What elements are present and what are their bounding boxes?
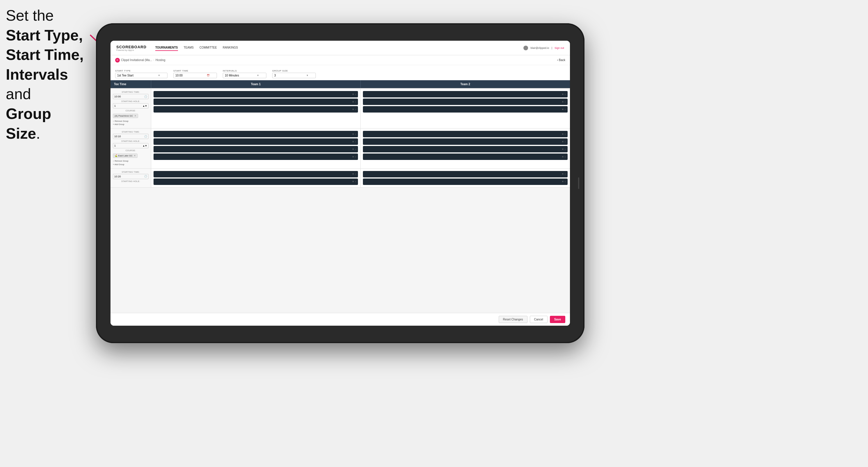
player-row-1-1: ✕ ○ <box>154 91 358 97</box>
th-tee-time: Tee Time <box>111 80 151 88</box>
clock-icon-1: 🕙 <box>144 95 147 98</box>
player-remove-2-2[interactable]: ✕ ○ <box>562 101 566 103</box>
tablet-shell: SCOREBOARD Powered by clipp.io TOURNAMEN… <box>96 23 585 343</box>
course-tag-1[interactable]: (A) Peachtree GC ✕ <box>113 114 138 118</box>
group-size-label: Group Size <box>6 105 51 142</box>
player-row-6-1: ✕ ○ <box>363 171 568 177</box>
hole-chevron-1: ▲▼ <box>143 105 147 107</box>
player-remove-5-1[interactable]: ✕ ○ <box>352 173 356 175</box>
group-row-3: STARTING TIME: 10:20 🕙 STARTING HOLE: ✕ … <box>111 169 570 188</box>
player-remove-6-1[interactable]: ✕ ○ <box>562 173 566 175</box>
add-group-link-2[interactable]: + Add Group <box>113 163 149 166</box>
team2-cell-2: ✕ ○ ✕ ○ ✕ ○ ✕ ○ <box>361 128 570 168</box>
player-row-4-4: ✕ ○ <box>363 154 568 160</box>
reset-changes-button[interactable]: Reset Changes <box>499 316 527 323</box>
annotation-text: Set the Start Type, Start Time, Interval… <box>6 6 87 143</box>
breadcrumb-separator: › <box>153 58 154 62</box>
tournament-name[interactable]: Clippd Invitational (Ma... <box>121 58 152 62</box>
course-tag-2[interactable]: ⛳ East Lake GC ✕ <box>113 154 137 158</box>
start-time-chevron: ⏰ <box>207 74 210 77</box>
th-team2: Team 2 <box>361 80 570 88</box>
player-row-2-2: ✕ ○ <box>363 99 568 105</box>
cancel-button[interactable]: Cancel <box>530 316 548 323</box>
player-remove-3-4[interactable]: ✕ ○ <box>352 156 356 158</box>
course-tag-container-1: (A) Peachtree GC ✕ <box>113 113 149 118</box>
player-remove-2-3[interactable]: ✕ ○ <box>562 108 566 111</box>
player-row-1-3: ✕ ○ <box>154 106 358 113</box>
player-row-4-2: ✕ ○ <box>363 138 568 145</box>
tablet-screen: SCOREBOARD Powered by clipp.io TOURNAMEN… <box>111 41 570 326</box>
breadcrumb-bar: C Clippd Invitational (Ma... › Hosting ‹… <box>111 55 570 65</box>
nav-link-teams[interactable]: TEAMS <box>184 45 194 51</box>
player-row-6-2: ✕ ○ <box>363 179 568 185</box>
starting-time-input-1[interactable]: 10:00 🕙 <box>113 94 149 99</box>
tee-time-cell-3: STARTING TIME: 10:20 🕙 STARTING HOLE: <box>111 169 151 187</box>
team1-cell-1: ✕ ○ ✕ ○ ✕ ○ <box>151 89 361 128</box>
starting-time-label-1: STARTING TIME: <box>113 91 149 93</box>
starting-time-label-3: STARTING TIME: <box>113 171 149 173</box>
remove-group-link-1[interactable]: ○ Remove Group <box>113 120 149 123</box>
nav-link-committee[interactable]: COMMITTEE <box>199 45 217 51</box>
course-remove-x-1[interactable]: ✕ <box>134 115 136 117</box>
group-size-chevron: ▼ <box>306 74 309 77</box>
clock-icon-2: 🕙 <box>144 135 147 138</box>
action-bar: Reset Changes Cancel Save <box>111 313 570 326</box>
breadcrumb-section: Hosting <box>156 58 165 62</box>
remove-group-link-2[interactable]: ○ Remove Group <box>113 159 149 162</box>
group-row-2: STARTING TIME: 10:10 🕙 STARTING HOLE: 1 … <box>111 128 570 168</box>
tee-time-cell-1: STARTING TIME: 10:00 🕙 STARTING HOLE: 1 … <box>111 89 151 128</box>
logo-sub: Powered by clipp.io <box>116 49 147 51</box>
player-remove-1-2[interactable]: ✕ ○ <box>352 101 356 103</box>
intervals-label: Intervals <box>6 66 68 83</box>
start-time-label: Start Time <box>173 69 217 72</box>
start-type-select[interactable]: 1st Tee Start ▼ <box>115 73 167 78</box>
add-group-link-1[interactable]: + Add Group <box>113 123 149 126</box>
starting-hole-label-2: STARTING HOLE: <box>113 140 149 142</box>
player-remove-4-2[interactable]: ✕ ○ <box>562 141 566 143</box>
player-remove-1-3[interactable]: ✕ ○ <box>352 108 356 111</box>
player-remove-4-4[interactable]: ✕ ○ <box>562 156 566 158</box>
th-team1: Team 1 <box>151 80 361 88</box>
top-nav: SCOREBOARD Powered by clipp.io TOURNAMEN… <box>111 41 570 55</box>
group-size-select[interactable]: 3 ▼ <box>272 73 316 78</box>
player-remove-6-2[interactable]: ✕ ○ <box>562 180 566 183</box>
start-type-label: Start Type <box>115 69 167 72</box>
start-type-chevron: ▼ <box>158 74 160 77</box>
starting-hole-input-2[interactable]: 1 ▲▼ <box>113 143 149 148</box>
starting-hole-label-1: STARTING HOLE: <box>113 100 149 102</box>
back-link[interactable]: ‹ Back <box>557 58 565 62</box>
sign-out-link[interactable]: Sign out <box>555 46 564 50</box>
starting-time-label-2: STARTING TIME: <box>113 131 149 133</box>
save-button[interactable]: Save <box>550 316 565 323</box>
course-tag-container-2: ⛳ East Lake GC ✕ <box>113 152 149 158</box>
player-remove-4-1[interactable]: ✕ ○ <box>562 133 566 135</box>
player-remove-1-1[interactable]: ✕ ○ <box>352 93 356 96</box>
course-label-1: COURSE: <box>113 110 149 112</box>
player-remove-3-2[interactable]: ✕ ○ <box>352 141 356 143</box>
starting-hole-input-1[interactable]: 1 ▲▼ <box>113 103 149 108</box>
intervals-chevron: ▼ <box>257 74 259 77</box>
player-row-3-2: ✕ ○ <box>154 138 358 145</box>
starting-time-input-3[interactable]: 10:20 🕙 <box>113 174 149 179</box>
starting-hole-label-3: STARTING HOLE: <box>113 180 149 182</box>
intervals-label: Intervals <box>223 69 266 72</box>
course-remove-x-2[interactable]: ✕ <box>134 154 136 157</box>
intervals-select[interactable]: 10 Minutes ▼ <box>223 73 266 78</box>
start-time-select[interactable]: 10:00 ⏰ <box>173 73 217 78</box>
player-remove-5-2[interactable]: ✕ ○ <box>352 180 356 183</box>
team1-cell-2: ✕ ○ ✕ ○ ✕ ○ ✕ ○ <box>151 128 361 168</box>
logo-area: SCOREBOARD Powered by clipp.io <box>116 45 147 51</box>
player-remove-3-1[interactable]: ✕ ○ <box>352 133 356 135</box>
player-row-2-1: ✕ ○ <box>363 91 568 97</box>
breadcrumb: C Clippd Invitational (Ma... › Hosting <box>115 58 165 63</box>
action-links-1: ○ Remove Group + Add Group <box>113 120 149 126</box>
player-remove-2-1[interactable]: ✕ ○ <box>562 93 566 96</box>
nav-link-tournaments[interactable]: TOURNAMENTS <box>155 45 178 51</box>
tablet-side-button <box>578 177 579 189</box>
player-remove-3-3[interactable]: ✕ ○ <box>352 148 356 151</box>
nav-link-rankings[interactable]: RANKINGS <box>223 45 238 51</box>
player-row-4-1: ✕ ○ <box>363 131 568 137</box>
player-row-2-3: ✕ ○ <box>363 106 568 113</box>
starting-time-input-2[interactable]: 10:10 🕙 <box>113 134 149 139</box>
player-remove-4-3[interactable]: ✕ ○ <box>562 148 566 151</box>
